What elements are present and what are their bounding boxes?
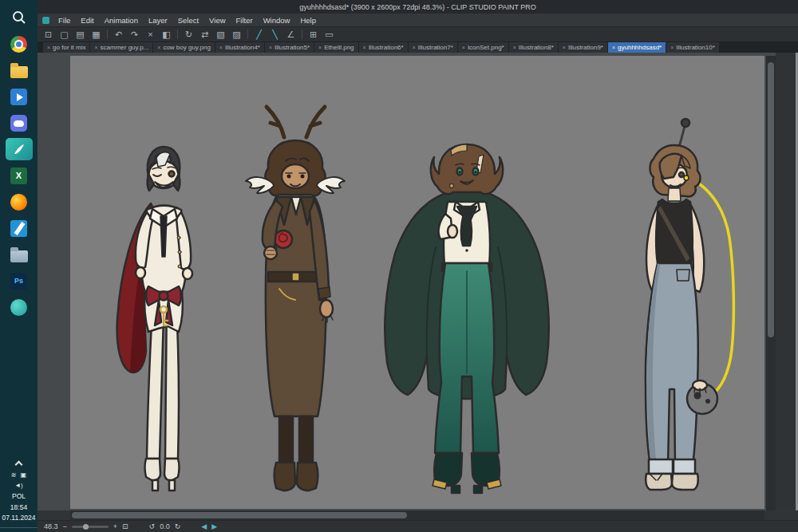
vertical-scrollbar-thumb[interactable] — [768, 62, 774, 337]
clock-date[interactable]: 07.11.2024 — [2, 514, 36, 522]
close-icon[interactable]: × — [462, 45, 465, 50]
language-indicator[interactable]: POL — [12, 492, 26, 501]
tab-label: Illustration9* — [568, 44, 603, 51]
save-icon[interactable]: ▦ — [91, 30, 101, 40]
tab-illustration9[interactable]: ×Illustration9* — [559, 42, 607, 53]
tray-expand-icon[interactable] — [15, 461, 23, 469]
title-bar[interactable]: gyuhhhhdsasd* (3900 x 2600px 72dpi 48.3%… — [38, 0, 798, 14]
teal-app-icon[interactable] — [6, 297, 33, 317]
taskbar-apps: X Ps — [6, 0, 33, 317]
ruler-icon[interactable]: ▭ — [324, 30, 334, 40]
snap-ruler-icon[interactable]: ∠ — [286, 30, 296, 40]
desktop: X Ps ≋ ▣ ◄) POL 18:54 07.11.2024 gyuhhhh… — [0, 0, 798, 532]
tab-illustration8[interactable]: ×Illustration8* — [509, 42, 558, 53]
fit-screen-icon[interactable]: ⊡ — [122, 521, 128, 532]
zoom-in-icon[interactable]: + — [113, 521, 117, 532]
zoom-out-icon[interactable]: − — [63, 521, 67, 532]
close-icon[interactable]: × — [269, 45, 272, 50]
flip-icon[interactable]: ⇄ — [200, 30, 210, 40]
grid-icon[interactable]: ⊞ — [308, 30, 318, 40]
toolbar-separator — [107, 30, 108, 39]
horizontal-scrollbar-thumb[interactable] — [72, 512, 407, 518]
rotate-left-icon[interactable]: ↺ — [149, 521, 156, 532]
tab-illustration6[interactable]: ×Illustration6* — [359, 42, 408, 53]
menu-edit[interactable]: Edit — [81, 16, 93, 25]
tab-illustration4[interactable]: ×Illustration4* — [215, 42, 264, 53]
close-icon[interactable]: × — [318, 45, 322, 50]
horizontal-scrollbar[interactable] — [70, 510, 764, 520]
close-icon[interactable]: × — [157, 45, 160, 50]
close-icon[interactable]: × — [47, 45, 50, 50]
tab-scammer-guy[interactable]: ×scammer guy.p... — [90, 42, 152, 53]
chrome-icon[interactable] — [6, 33, 33, 54]
tab-illustration5[interactable]: ×Illustration5* — [265, 42, 314, 53]
tab-go-for-it-mix[interactable]: ×go for it mix — [43, 42, 89, 53]
open-file-icon[interactable]: ▤ — [75, 30, 85, 40]
vertical-scrollbar[interactable] — [766, 56, 776, 510]
delete-icon[interactable]: × — [145, 30, 156, 40]
fill-icon[interactable]: ◧ — [161, 30, 172, 40]
movies-tv-icon[interactable] — [6, 86, 33, 107]
folder-gray-icon[interactable] — [6, 244, 33, 265]
next-page-icon[interactable]: ▶ — [211, 521, 217, 532]
network-icon[interactable]: ≋ — [11, 471, 17, 479]
menu-file[interactable]: File — [58, 16, 70, 25]
rotate-right-icon[interactable]: ↻ — [175, 521, 181, 532]
select-icon[interactable]: ▧ — [215, 30, 226, 40]
new-file-icon[interactable]: ▢ — [59, 30, 69, 40]
snap-curve-icon[interactable]: ╲ — [270, 30, 280, 40]
close-icon[interactable]: × — [363, 45, 366, 50]
firefox-icon[interactable] — [6, 191, 33, 212]
close-icon[interactable]: × — [413, 45, 416, 50]
menu-help[interactable]: Help — [300, 16, 316, 25]
rotate-icon[interactable]: ↻ — [184, 30, 194, 40]
menu-window[interactable]: Window — [263, 16, 290, 25]
search-icon[interactable] — [6, 7, 33, 28]
folder-shape — [10, 66, 28, 78]
zoom-slider-knob[interactable] — [83, 524, 89, 530]
excel-icon[interactable]: X — [6, 165, 33, 186]
photoshop-icon[interactable]: Ps — [6, 270, 33, 291]
close-icon[interactable]: × — [670, 45, 674, 50]
menu-select[interactable]: Select — [178, 16, 199, 25]
toolbar-separator — [177, 30, 178, 39]
tab-cow-boy-guy[interactable]: ×cow boy guy.png — [153, 42, 215, 53]
close-icon[interactable]: × — [513, 45, 516, 50]
show-desktop-button[interactable] — [0, 527, 38, 532]
tab-illustration7[interactable]: ×Illustration7* — [409, 42, 457, 53]
tab-ethelll[interactable]: ×Ethelll.png — [314, 42, 358, 53]
file-explorer-icon[interactable] — [6, 60, 33, 81]
menu-filter[interactable]: Filter — [236, 16, 253, 25]
menu-animation[interactable]: Animation — [105, 16, 138, 25]
menu-bar: File Edit Animation Layer Select View Fi… — [38, 14, 798, 26]
prev-page-icon[interactable]: ◀ — [201, 521, 207, 532]
tab-iconset[interactable]: ×IconSet.png* — [458, 42, 508, 53]
redo-icon[interactable]: ↷ — [129, 30, 140, 40]
tab-label: Illustration5* — [275, 44, 310, 51]
close-icon[interactable]: × — [612, 45, 615, 50]
clock-time[interactable]: 18:54 — [10, 503, 27, 512]
workspace-icon[interactable]: ⊡ — [43, 30, 53, 40]
toolbar-separator — [302, 30, 302, 39]
vs-code-icon[interactable] — [6, 218, 33, 238]
clip-studio-window: gyuhhhhdsasd* (3900 x 2600px 72dpi 48.3%… — [38, 0, 798, 532]
menu-layer[interactable]: Layer — [148, 16, 168, 25]
close-icon[interactable]: × — [94, 45, 97, 50]
volume-icon[interactable]: ◄) — [14, 482, 23, 490]
clip-studio-paint-icon[interactable] — [6, 139, 33, 160]
drawing-canvas[interactable] — [70, 56, 764, 509]
tab-illustration10[interactable]: ×Illustration10* — [666, 42, 719, 53]
tab-gyuhhhhdsasd-active[interactable]: ×gyuhhhhdsasd* — [608, 42, 666, 53]
snap-line-icon[interactable]: ╱ — [254, 30, 264, 40]
tray-app-icon[interactable]: ▣ — [21, 471, 27, 479]
zoom-slider[interactable] — [72, 526, 109, 528]
character-3-artwork — [385, 144, 549, 493]
close-icon[interactable]: × — [219, 45, 223, 50]
gray-folder-shape — [10, 250, 28, 262]
tab-label: Illustration8* — [519, 44, 554, 51]
close-icon[interactable]: × — [563, 45, 566, 50]
deselect-icon[interactable]: ▨ — [231, 30, 242, 40]
undo-icon[interactable]: ↶ — [113, 30, 124, 40]
menu-view[interactable]: View — [209, 16, 225, 25]
discord-icon[interactable] — [6, 112, 33, 133]
